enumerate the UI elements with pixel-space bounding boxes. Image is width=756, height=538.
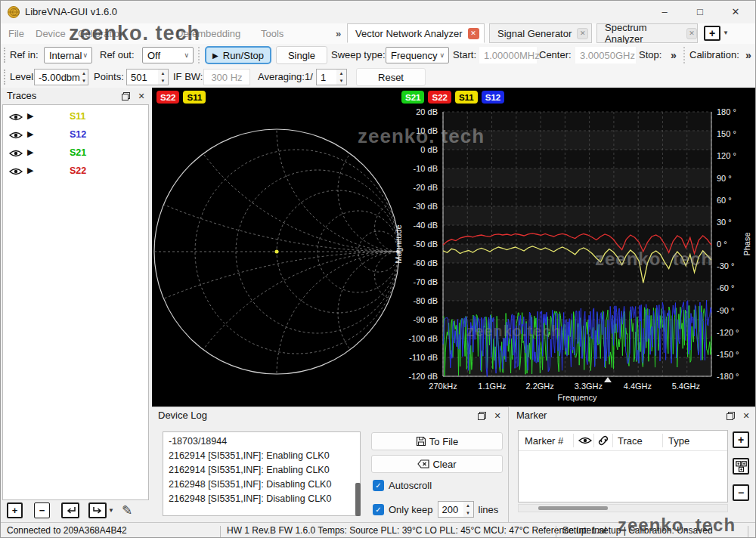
- svg-text:-60 dB: -60 dB: [414, 258, 438, 267]
- center-frequency-field[interactable]: 3.00050GHz: [575, 47, 636, 63]
- marker-panel-title: Marker: [516, 407, 547, 424]
- log-to-file-button[interactable]: To File: [371, 432, 503, 450]
- trace-row-s22[interactable]: ▶ S22: [3, 162, 148, 181]
- close-panel-icon[interactable]: ✕: [492, 410, 503, 421]
- trace-label[interactable]: S21: [70, 147, 86, 158]
- tab-signal-generator[interactable]: Signal Generator ✕: [489, 23, 592, 43]
- trace-row-s21[interactable]: ▶ S21: [3, 144, 148, 162]
- close-button[interactable]: ✕: [720, 1, 751, 23]
- menu-calibration[interactable]: Calibration: [78, 23, 125, 44]
- expand-arrow-icon[interactable]: ▶: [27, 129, 33, 139]
- marker-hscrollbar-thumb[interactable]: [538, 506, 608, 510]
- ref-in-select[interactable]: Internal ∨: [44, 47, 92, 63]
- spin-down-icon[interactable]: ▼: [336, 77, 346, 85]
- keep-lines-stepper[interactable]: 200 ▲▼: [438, 501, 474, 518]
- chevron-down-icon: ∨: [439, 51, 445, 59]
- sweep-type-select[interactable]: Frequency ∨: [386, 47, 449, 63]
- expand-arrow-icon[interactable]: ▶: [27, 147, 33, 157]
- autoscroll-checkbox[interactable]: ✓: [373, 480, 384, 491]
- title-bar[interactable]: LibreVNA-GUI v1.6.0 – □ ✕: [1, 1, 755, 24]
- close-panel-icon[interactable]: ✕: [741, 410, 751, 421]
- trace-badge-s12[interactable]: S12: [482, 91, 504, 104]
- menu-overflow-chevron-icon[interactable]: »: [336, 23, 341, 44]
- log-clear-button[interactable]: Clear: [371, 455, 503, 473]
- marker-hscrollbar[interactable]: [518, 504, 728, 512]
- trace-label[interactable]: S12: [70, 129, 86, 140]
- svg-text:-110 dB: -110 dB: [409, 353, 438, 362]
- tab-spectrum-analyzer[interactable]: Spectrum Analyzer ✕: [596, 23, 698, 43]
- start-frequency-field[interactable]: 1.00000MHz: [479, 47, 537, 63]
- tab-vector-network-analyzer[interactable]: Vector Network Analyzer ✕: [347, 23, 485, 43]
- single-sweep-button[interactable]: Single: [276, 46, 327, 64]
- visibility-eye-icon[interactable]: [9, 131, 23, 140]
- points-stepper[interactable]: 501 ▲▼: [126, 69, 169, 85]
- edit-pencil-icon[interactable]: ✎: [122, 502, 132, 518]
- expand-arrow-icon[interactable]: ▶: [27, 111, 33, 121]
- only-keep-checkbox[interactable]: ✓: [373, 504, 384, 515]
- trace-badge-s21[interactable]: S21: [401, 91, 424, 104]
- visibility-eye-icon[interactable]: [9, 167, 23, 176]
- trace-badge-s22[interactable]: S22: [428, 91, 451, 104]
- toolbar-extension-chevron-icon[interactable]: »: [745, 49, 751, 61]
- add-trace-button[interactable]: +: [7, 502, 23, 518]
- menu-de-embedding[interactable]: De-embedding: [176, 23, 240, 44]
- status-bar: Connected to 209A368A4B42 HW 1 Rev.B FW …: [1, 522, 756, 538]
- toolbar-handle[interactable]: [4, 70, 8, 85]
- expand-arrow-icon[interactable]: ▶: [27, 165, 33, 175]
- trace-label[interactable]: S11: [70, 111, 86, 122]
- trace-label[interactable]: S22: [70, 165, 86, 176]
- clear-label: Clear: [432, 459, 456, 470]
- marker-type-column: Type: [668, 435, 689, 447]
- toolbar-handle[interactable]: [4, 48, 8, 63]
- spin-up-icon[interactable]: ▲: [80, 70, 88, 77]
- float-panel-icon[interactable]: [477, 410, 487, 424]
- log-scrollbar-thumb[interactable]: [355, 483, 361, 516]
- import-trace-button[interactable]: [61, 502, 79, 518]
- trace-badge-s11[interactable]: S11: [455, 91, 478, 104]
- trace-badge-s11[interactable]: S11: [183, 91, 206, 104]
- export-dropdown-icon[interactable]: ▼: [108, 507, 114, 514]
- minimize-button[interactable]: –: [649, 1, 680, 23]
- add-marker-button[interactable]: +: [733, 431, 749, 448]
- ref-out-select[interactable]: Off ∨: [142, 47, 194, 63]
- trace-badge-s22[interactable]: S22: [156, 91, 179, 104]
- spin-up-icon[interactable]: ▲: [336, 70, 346, 77]
- run-stop-button[interactable]: ▶ Run/Stop: [205, 46, 271, 64]
- marker-table[interactable]: Marker # Trace Type: [518, 430, 728, 502]
- spin-up-icon[interactable]: ▲: [463, 502, 473, 509]
- add-all-markers-button[interactable]: [733, 458, 749, 475]
- spin-down-icon[interactable]: ▼: [158, 77, 168, 85]
- spin-down-icon[interactable]: ▼: [463, 509, 473, 517]
- close-panel-icon[interactable]: ✕: [136, 91, 147, 101]
- menu-file[interactable]: File: [8, 23, 24, 44]
- trace-row-s11[interactable]: ▶ S11: [3, 108, 148, 126]
- tab-close-icon[interactable]: ✕: [577, 28, 588, 39]
- toolbar-extension-chevron-icon[interactable]: »: [671, 49, 677, 61]
- charts-canvas[interactable]: 20 dB10 dB0 dB-10 dB-20 dB-30 dB-40 dB-5…: [152, 88, 756, 407]
- add-tab-dropdown-icon[interactable]: ▼: [723, 29, 729, 36]
- ifbw-field[interactable]: 300 Hz: [203, 69, 250, 85]
- averaging-stepper[interactable]: 1 ▲▼: [316, 69, 347, 85]
- add-tab-button[interactable]: +: [704, 26, 720, 41]
- svg-text:-120 °: -120 °: [717, 328, 739, 337]
- float-panel-icon[interactable]: [726, 410, 736, 424]
- remove-trace-button[interactable]: −: [34, 502, 50, 518]
- trace-row-s12[interactable]: ▶ S12: [3, 126, 148, 144]
- reset-button[interactable]: Reset: [356, 68, 426, 86]
- svg-text:Frequency: Frequency: [558, 393, 597, 402]
- export-trace-button[interactable]: [88, 502, 107, 518]
- visibility-eye-icon[interactable]: [9, 113, 23, 122]
- remove-marker-button[interactable]: −: [733, 484, 749, 501]
- maximize-button[interactable]: □: [685, 1, 715, 23]
- spin-down-icon[interactable]: ▼: [80, 77, 88, 85]
- acquisition-toolbar: Level: -5.00dbm ▲▼ Points: 501 ▲▼ IF BW:…: [1, 66, 755, 88]
- tab-close-icon[interactable]: ✕: [468, 28, 479, 39]
- visibility-eye-icon[interactable]: [9, 149, 23, 158]
- float-panel-icon[interactable]: [121, 91, 131, 104]
- menu-tools[interactable]: Tools: [261, 23, 284, 44]
- menu-device[interactable]: Device: [36, 23, 66, 44]
- tab-close-icon[interactable]: ✕: [686, 28, 697, 39]
- spin-up-icon[interactable]: ▲: [158, 70, 168, 77]
- level-stepper[interactable]: -5.00dbm ▲▼: [34, 69, 88, 85]
- device-log-list[interactable]: -18703/18944 2162914 [SI5351,INF]: Enabl…: [163, 431, 361, 516]
